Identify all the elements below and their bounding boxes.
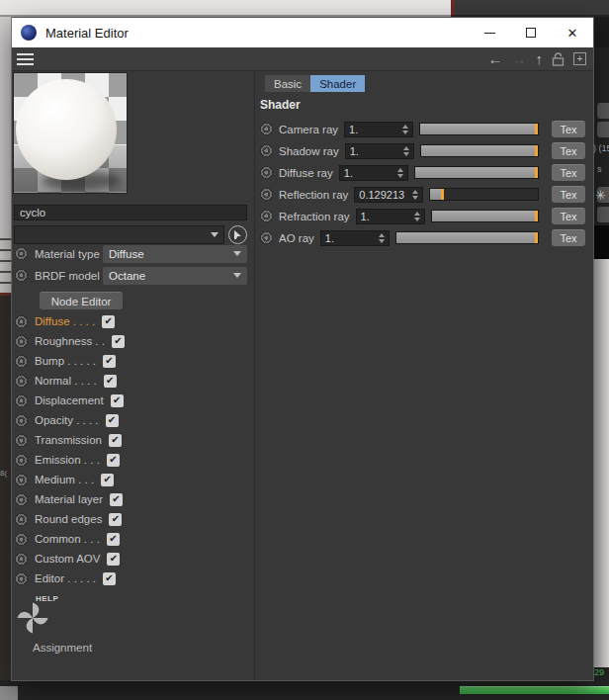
material-name-input[interactable]: cyclo (14, 205, 247, 220)
reflection-ray-tex-button[interactable]: Tex (552, 186, 585, 203)
channel-checkbox[interactable]: ✔ (107, 454, 120, 467)
enable-dot-icon[interactable] (15, 247, 28, 260)
enable-dot-icon[interactable] (15, 533, 28, 546)
enable-dot-icon[interactable] (15, 355, 28, 368)
brdf-model-dropdown[interactable]: Octane (103, 267, 247, 285)
shadow-ray-slider[interactable] (420, 144, 539, 157)
channel-checkbox[interactable]: ✔ (106, 414, 119, 427)
tab-shader[interactable]: Shader (310, 75, 365, 92)
forward-arrow-icon[interactable]: → (512, 51, 527, 66)
shader-preset-dropdown[interactable] (14, 225, 224, 244)
channel-row-editor[interactable]: Editor . . . . . ✔ (15, 570, 116, 586)
refraction-ray-input[interactable]: 1. (356, 209, 425, 224)
close-button[interactable]: ✕ (552, 18, 593, 47)
node-editor-button[interactable]: Node Editor (40, 292, 123, 309)
channel-checkbox[interactable]: ✔ (101, 474, 114, 486)
enable-dot-icon[interactable] (15, 335, 28, 348)
ao-ray-input[interactable]: 1. (320, 230, 390, 246)
chevron-down-icon (211, 232, 218, 237)
minimize-button[interactable] (469, 18, 510, 47)
enable-dot-icon[interactable] (15, 553, 28, 566)
back-arrow-icon[interactable]: ← (488, 51, 503, 66)
enable-dot-icon[interactable] (15, 474, 28, 486)
reflection-ray-slider[interactable] (429, 188, 539, 201)
spinner-icon[interactable] (395, 168, 405, 178)
enable-dot-icon[interactable] (15, 434, 28, 447)
enable-dot-icon[interactable] (15, 375, 28, 388)
channel-checkbox[interactable]: ✔ (107, 533, 120, 546)
diffuse-ray-input[interactable]: 1. (339, 165, 408, 181)
channel-checkbox[interactable]: ✔ (109, 434, 122, 447)
channel-checkbox[interactable]: ✔ (112, 335, 125, 348)
channel-row-material-layer[interactable]: Material layer ✔ (15, 491, 123, 507)
enable-dot-icon[interactable] (15, 572, 28, 585)
enable-dot-icon[interactable] (260, 210, 273, 222)
enable-dot-icon[interactable] (15, 513, 28, 526)
channel-checkbox[interactable]: ✔ (111, 394, 124, 407)
channel-row-bump[interactable]: Bump . . . . . ✔ (15, 353, 116, 369)
tab-basic[interactable]: Basic (265, 75, 310, 92)
refraction-ray-tex-button[interactable]: Tex (552, 208, 585, 224)
ao-ray-tex-button[interactable]: Tex (552, 229, 585, 246)
camera-ray-slider[interactable] (419, 123, 539, 135)
camera-ray-tex-button[interactable]: Tex (552, 121, 585, 137)
camera-ray-input[interactable]: 1. (344, 122, 413, 137)
material-type-dropdown[interactable]: Diffuse (103, 245, 247, 263)
enable-dot-icon[interactable] (260, 123, 273, 135)
spinner-icon[interactable] (412, 212, 422, 221)
diffuse-ray-tex-button[interactable]: Tex (552, 164, 585, 181)
enable-dot-icon[interactable] (260, 144, 273, 157)
enable-dot-icon[interactable] (15, 315, 28, 328)
channel-row-transmission[interactable]: Transmission ✔ (15, 432, 122, 448)
channel-row-round-edges[interactable]: Round edges ✔ (15, 511, 122, 527)
check-icon: ✔ (106, 376, 114, 386)
enable-dot-icon[interactable] (260, 231, 273, 244)
row-shadow-ray: Shadow ray 1. (260, 142, 539, 159)
channel-checkbox[interactable]: ✔ (103, 355, 116, 368)
menu-button[interactable] (17, 53, 34, 65)
refraction-ray-slider[interactable] (431, 210, 539, 222)
channel-checkbox[interactable]: ✔ (109, 513, 122, 526)
lock-icon[interactable] (552, 52, 565, 66)
enable-dot-icon[interactable] (15, 414, 28, 427)
spinner-icon[interactable] (410, 190, 420, 200)
spinner-icon[interactable] (400, 125, 410, 134)
channel-row-opacity[interactable]: Opacity . . . . ✔ (15, 412, 119, 428)
material-preview[interactable] (13, 72, 128, 194)
diffuse-ray-slider[interactable] (414, 166, 539, 179)
channel-checkbox[interactable]: ✔ (110, 493, 123, 506)
octane-help-icon[interactable] (16, 600, 49, 640)
background-bottom-corner-block (0, 686, 18, 700)
channel-row-custom-aov[interactable]: Custom AOV ✔ (15, 551, 120, 567)
channel-checkbox[interactable]: ✔ (102, 315, 115, 328)
channel-row-medium[interactable]: Medium . . . ✔ (15, 472, 114, 487)
channel-row-common[interactable]: Common . . . ✔ (15, 531, 120, 547)
shadow-ray-tex-button[interactable]: Tex (552, 142, 585, 159)
shadow-ray-input[interactable]: 1. (345, 143, 414, 159)
maximize-button[interactable] (510, 18, 552, 47)
channel-row-roughness[interactable]: Roughness . . ✔ (15, 333, 125, 349)
enable-dot-icon[interactable] (15, 269, 28, 282)
spinner-icon[interactable] (401, 146, 411, 156)
up-arrow-icon[interactable]: ↑ (536, 51, 544, 66)
channel-checkbox[interactable]: ✔ (103, 572, 116, 585)
timeline-progress-bar (460, 686, 609, 694)
channel-row-normal[interactable]: Normal . . . . ✔ (15, 373, 117, 389)
reflection-ray-input[interactable]: 0.129213 (354, 187, 423, 203)
channel-row-emission[interactable]: Emission . . . ✔ (15, 452, 120, 468)
channel-row-diffuse[interactable]: Diffuse . . . . ✔ (15, 313, 115, 329)
new-panel-icon[interactable]: + (573, 52, 586, 65)
channel-checkbox[interactable]: ✔ (107, 553, 120, 566)
channel-row-displacement[interactable]: Displacement ✔ (15, 393, 124, 408)
channel-checkbox[interactable]: ✔ (104, 375, 117, 388)
enable-dot-icon[interactable] (260, 166, 273, 179)
enable-dot-icon[interactable] (260, 188, 273, 201)
ao-ray-slider[interactable] (395, 231, 539, 244)
enable-dot-icon[interactable] (15, 454, 28, 467)
picker-button[interactable] (228, 225, 247, 244)
enable-dot-icon[interactable] (15, 493, 28, 506)
spinner-icon[interactable] (377, 233, 387, 243)
row-refraction-ray: Refraction ray 1. (260, 208, 539, 224)
enable-dot-icon[interactable] (15, 394, 28, 407)
channel-label: Medium . . . (35, 474, 94, 485)
